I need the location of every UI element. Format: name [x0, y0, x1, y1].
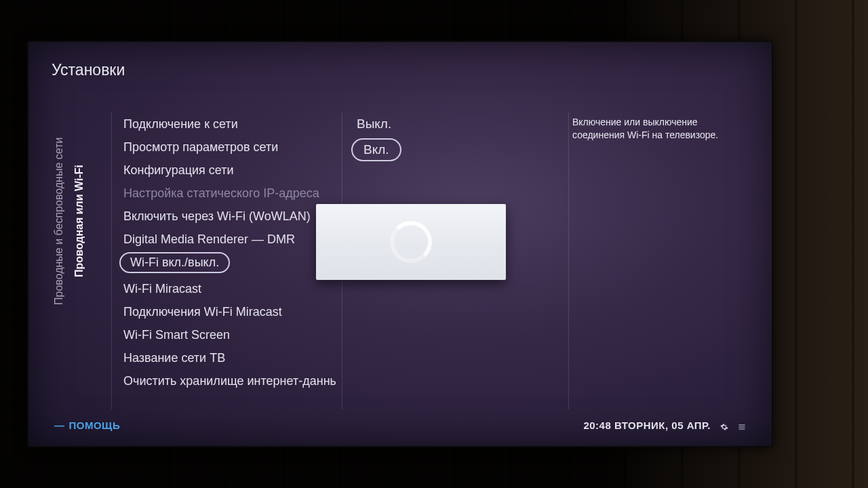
help-link-label: ПОМОЩЬ — [69, 420, 121, 431]
tv-frame: Установки Проводные и беспроводные сети … — [27, 41, 773, 447]
vertical-tab-category[interactable]: Проводные и беспроводные сети — [53, 113, 65, 329]
divider — [111, 113, 112, 409]
menu-item-label: Wi-Fi Smart Screen — [123, 328, 230, 342]
status-clock: 20:48 ВТОРНИК, 05 АПР. — [583, 420, 746, 431]
clock-text: 20:48 ВТОРНИК, 05 АПР. — [583, 420, 711, 431]
settings-gear-icon[interactable] — [720, 422, 728, 430]
menu-item-label: Включить через Wi-Fi (WoWLAN) — [123, 209, 311, 223]
svg-rect-0 — [739, 424, 745, 425]
menu-item-label: Очистить хранилище интернет-данных — [123, 374, 336, 388]
menu-item-connect-network[interactable]: Подключение к сети — [119, 114, 336, 135]
dash-icon: — — [54, 420, 65, 431]
menu-item-network-config[interactable]: Конфигурация сети — [119, 160, 336, 181]
svg-rect-2 — [739, 428, 745, 429]
menu-item-dmr[interactable]: Digital Media Renderer — DMR — [119, 229, 336, 250]
option-label: Вкл. — [363, 142, 389, 157]
tv-screen: Установки Проводные и беспроводные сети … — [38, 52, 762, 436]
menu-item-label: Настройка статического IP-адреса — [123, 186, 319, 200]
divider — [568, 113, 569, 409]
menu-item-label: Конфигурация сети — [123, 163, 234, 177]
option-label: Выкл. — [357, 117, 391, 131]
menu-item-label: Название сети ТВ — [123, 351, 225, 365]
menu-item-view-network-params[interactable]: Просмотр параметров сети — [119, 137, 336, 158]
menu-item-label: Просмотр параметров сети — [123, 140, 278, 154]
menu-item-label: Подключение к сети — [123, 117, 238, 131]
help-description: Включение или выключение соединения Wi-F… — [572, 116, 749, 142]
page-title: Установки — [52, 61, 125, 79]
spinner-icon — [390, 221, 432, 263]
menu-item-miracast-connections[interactable]: Подключения Wi-Fi Miracast — [119, 302, 336, 323]
menu-item-tv-network-name[interactable]: Название сети ТВ — [119, 348, 336, 369]
settings-menu: Подключение к сети Просмотр параметров с… — [119, 114, 336, 392]
option-off[interactable]: Выкл. — [351, 114, 397, 134]
menu-item-wifi-toggle[interactable]: Wi-Fi вкл./выкл. — [119, 252, 230, 273]
option-list: Выкл. Вкл. — [351, 114, 555, 161]
menu-item-static-ip: Настройка статического IP-адреса› — [119, 183, 336, 204]
menu-item-miracast[interactable]: Wi-Fi Miracast — [119, 279, 336, 300]
menu-item-label: Wi-Fi Miracast — [123, 282, 201, 296]
menu-item-label: Digital Media Renderer — DMR — [123, 232, 295, 246]
footer-bar: —ПОМОЩЬ 20:48 ВТОРНИК, 05 АПР. — [54, 420, 746, 431]
vertical-tab-subcategory[interactable]: Проводная или Wi-Fi — [73, 113, 85, 329]
menu-item-label: Подключения Wi-Fi Miracast — [123, 305, 282, 319]
menu-item-wowlan[interactable]: Включить через Wi-Fi (WoWLAN) — [119, 206, 336, 227]
loading-dialog — [316, 204, 506, 280]
option-on[interactable]: Вкл. — [351, 138, 401, 161]
options-icon[interactable] — [738, 422, 746, 430]
menu-item-label: Wi-Fi вкл./выкл. — [130, 256, 219, 269]
help-link[interactable]: —ПОМОЩЬ — [54, 420, 120, 431]
menu-item-smart-screen[interactable]: Wi-Fi Smart Screen — [119, 325, 336, 346]
svg-rect-1 — [739, 426, 745, 427]
menu-item-clear-internet-data[interactable]: Очистить хранилище интернет-данных — [119, 371, 336, 392]
